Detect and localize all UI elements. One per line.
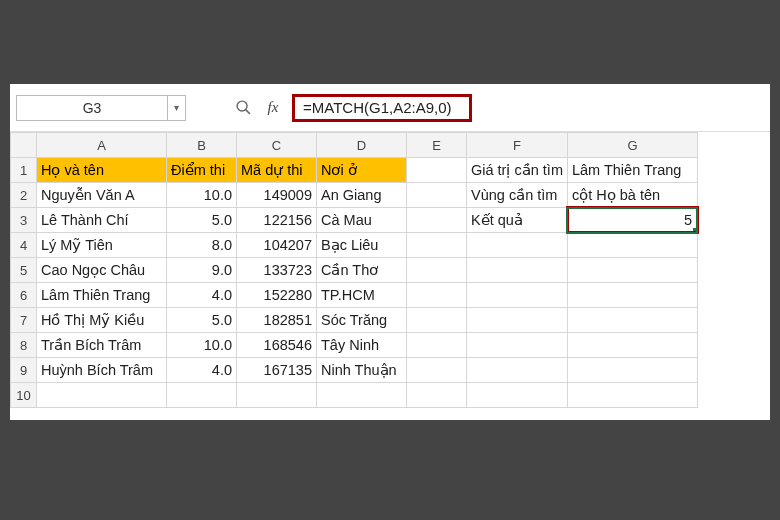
cell-B8[interactable]: 10.0 <box>167 333 237 358</box>
cell-G5[interactable] <box>567 258 697 283</box>
cell-G7[interactable] <box>567 308 697 333</box>
cell-F5[interactable] <box>467 258 568 283</box>
cell-E4[interactable] <box>407 233 467 258</box>
cell-D1[interactable]: Nơi ở <box>317 158 407 183</box>
cell-E5[interactable] <box>407 258 467 283</box>
cell-A6[interactable]: Lâm Thiên Trang <box>37 283 167 308</box>
cell-F4[interactable] <box>467 233 568 258</box>
cell-E6[interactable] <box>407 283 467 308</box>
cell-F6[interactable] <box>467 283 568 308</box>
cell-E7[interactable] <box>407 308 467 333</box>
cell-C3[interactable]: 122156 <box>237 208 317 233</box>
cell-D8[interactable]: Tây Ninh <box>317 333 407 358</box>
cell-B7[interactable]: 5.0 <box>167 308 237 333</box>
row-header-8[interactable]: 8 <box>11 333 37 358</box>
row-header-7[interactable]: 7 <box>11 308 37 333</box>
cell-C8[interactable]: 168546 <box>237 333 317 358</box>
cell-G1[interactable]: Lâm Thiên Trang <box>567 158 697 183</box>
cell-C1[interactable]: Mã dự thi <box>237 158 317 183</box>
row-header-4[interactable]: 4 <box>11 233 37 258</box>
row-header-2[interactable]: 2 <box>11 183 37 208</box>
col-header-A[interactable]: A <box>37 133 167 158</box>
formula-text: =MATCH(G1,A2:A9,0) <box>303 99 452 116</box>
cell-D2[interactable]: An Giang <box>317 183 407 208</box>
cell-C5[interactable]: 133723 <box>237 258 317 283</box>
name-box-value: G3 <box>17 100 167 116</box>
col-header-B[interactable]: B <box>167 133 237 158</box>
cell-F3[interactable]: Kết quả <box>467 208 568 233</box>
fx-icon[interactable]: fx <box>262 97 284 119</box>
column-header-row: A B C D E F G <box>11 133 698 158</box>
cell-A10[interactable] <box>37 383 167 408</box>
name-box-dropdown-icon[interactable]: ▾ <box>167 96 185 120</box>
cell-A4[interactable]: Lý Mỹ Tiên <box>37 233 167 258</box>
cell-G8[interactable] <box>567 333 697 358</box>
cell-E3[interactable] <box>407 208 467 233</box>
cell-E10[interactable] <box>407 383 467 408</box>
cell-D4[interactable]: Bạc Liêu <box>317 233 407 258</box>
col-header-C[interactable]: C <box>237 133 317 158</box>
cell-G10[interactable] <box>567 383 697 408</box>
svg-point-0 <box>237 101 247 111</box>
cell-G3[interactable]: 5 <box>567 208 697 233</box>
cell-C10[interactable] <box>237 383 317 408</box>
row-header-5[interactable]: 5 <box>11 258 37 283</box>
cell-C4[interactable]: 104207 <box>237 233 317 258</box>
cell-D10[interactable] <box>317 383 407 408</box>
cell-D3[interactable]: Cà Mau <box>317 208 407 233</box>
cell-A8[interactable]: Trần Bích Trâm <box>37 333 167 358</box>
cell-A2[interactable]: Nguyễn Văn A <box>37 183 167 208</box>
cell-C2[interactable]: 149009 <box>237 183 317 208</box>
cell-D9[interactable]: Ninh Thuận <box>317 358 407 383</box>
cell-E1[interactable] <box>407 158 467 183</box>
cell-F8[interactable] <box>467 333 568 358</box>
row-header-6[interactable]: 6 <box>11 283 37 308</box>
formula-bar[interactable]: =MATCH(G1,A2:A9,0) <box>292 94 472 122</box>
cell-C7[interactable]: 182851 <box>237 308 317 333</box>
cell-C6[interactable]: 152280 <box>237 283 317 308</box>
row-header-3[interactable]: 3 <box>11 208 37 233</box>
worksheet[interactable]: A B C D E F G 1 Họ và tên Điểm thi Mã dự… <box>10 132 770 408</box>
cell-A9[interactable]: Huỳnh Bích Trâm <box>37 358 167 383</box>
zoom-icon[interactable] <box>232 97 254 119</box>
col-header-D[interactable]: D <box>317 133 407 158</box>
row-header-9[interactable]: 9 <box>11 358 37 383</box>
cell-C9[interactable]: 167135 <box>237 358 317 383</box>
cell-F7[interactable] <box>467 308 568 333</box>
col-header-F[interactable]: F <box>467 133 568 158</box>
cell-B2[interactable]: 10.0 <box>167 183 237 208</box>
cell-A5[interactable]: Cao Ngọc Châu <box>37 258 167 283</box>
excel-window: G3 ▾ fx =MATCH(G1,A2:A9,0) A B C D E <box>10 84 770 420</box>
cell-D5[interactable]: Cần Thơ <box>317 258 407 283</box>
select-all-corner[interactable] <box>11 133 37 158</box>
cell-G4[interactable] <box>567 233 697 258</box>
formula-bar-row: G3 ▾ fx =MATCH(G1,A2:A9,0) <box>10 84 770 132</box>
cell-F9[interactable] <box>467 358 568 383</box>
cell-G2[interactable]: cột Họ bà tên <box>567 183 697 208</box>
cell-F2[interactable]: Vùng cần tìm <box>467 183 568 208</box>
cell-G9[interactable] <box>567 358 697 383</box>
name-box[interactable]: G3 ▾ <box>16 95 186 121</box>
cell-A7[interactable]: Hồ Thị Mỹ Kiều <box>37 308 167 333</box>
row-header-10[interactable]: 10 <box>11 383 37 408</box>
cell-F1[interactable]: Giá trị cần tìm <box>467 158 568 183</box>
cell-B9[interactable]: 4.0 <box>167 358 237 383</box>
cell-A1[interactable]: Họ và tên <box>37 158 167 183</box>
row-header-1[interactable]: 1 <box>11 158 37 183</box>
cell-B6[interactable]: 4.0 <box>167 283 237 308</box>
cell-G6[interactable] <box>567 283 697 308</box>
cell-B10[interactable] <box>167 383 237 408</box>
cell-D7[interactable]: Sóc Trăng <box>317 308 407 333</box>
cell-E8[interactable] <box>407 333 467 358</box>
cell-E2[interactable] <box>407 183 467 208</box>
cell-E9[interactable] <box>407 358 467 383</box>
col-header-E[interactable]: E <box>407 133 467 158</box>
cell-B3[interactable]: 5.0 <box>167 208 237 233</box>
cell-D6[interactable]: TP.HCM <box>317 283 407 308</box>
cell-B4[interactable]: 8.0 <box>167 233 237 258</box>
col-header-G[interactable]: G <box>567 133 697 158</box>
cell-B1[interactable]: Điểm thi <box>167 158 237 183</box>
cell-F10[interactable] <box>467 383 568 408</box>
cell-A3[interactable]: Lê Thành Chí <box>37 208 167 233</box>
cell-B5[interactable]: 9.0 <box>167 258 237 283</box>
